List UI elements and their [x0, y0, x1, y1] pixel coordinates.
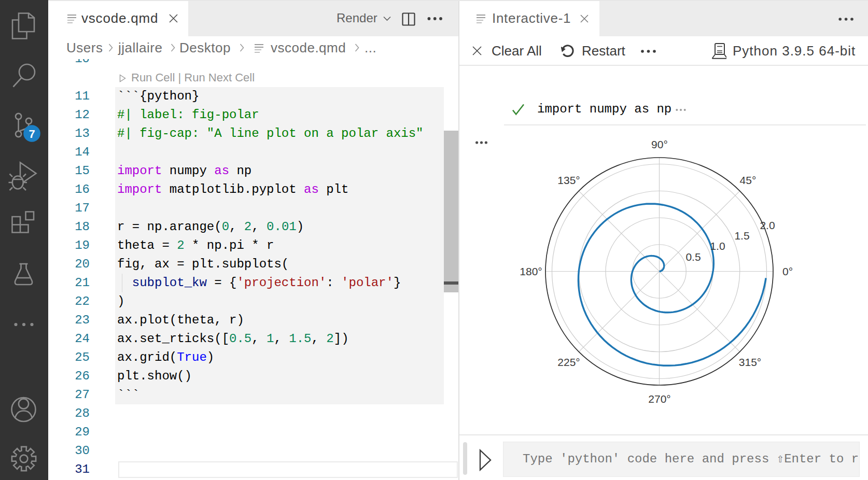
svg-text:2.0: 2.0	[760, 219, 775, 231]
svg-text:315°: 315°	[739, 356, 761, 368]
svg-text:270°: 270°	[648, 393, 670, 405]
svg-text:7: 7	[29, 128, 35, 140]
svg-text:0.5: 0.5	[685, 251, 701, 263]
svg-text:180°: 180°	[520, 265, 542, 277]
svg-text:90°: 90°	[651, 138, 668, 150]
svg-text:1.0: 1.0	[710, 240, 725, 252]
svg-text:135°: 135°	[557, 174, 580, 186]
svg-text:225°: 225°	[557, 356, 580, 368]
svg-text:1.5: 1.5	[734, 230, 749, 242]
svg-text:45°: 45°	[740, 174, 757, 186]
svg-text:0°: 0°	[782, 265, 793, 277]
